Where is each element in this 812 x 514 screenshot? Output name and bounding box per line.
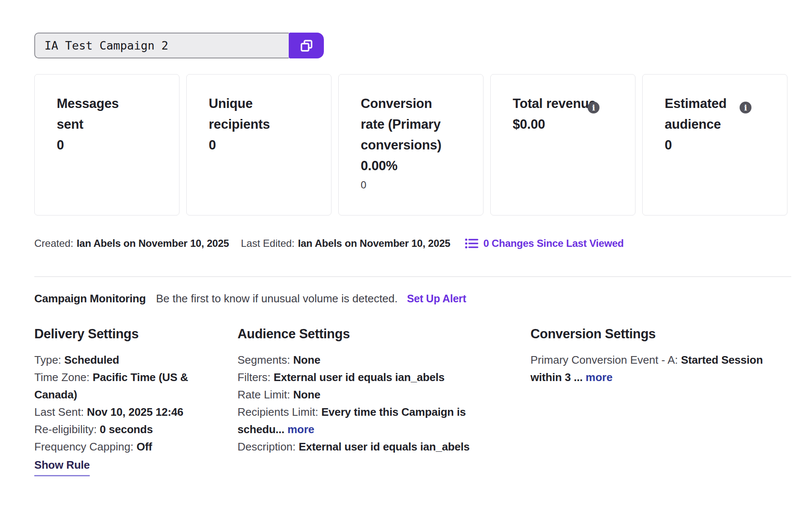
stat-value: 0	[209, 135, 312, 155]
more-link[interactable]: more	[586, 371, 613, 384]
setting-label: Time Zone:	[34, 371, 93, 384]
monitoring-description: Be the first to know if unusual volume i…	[156, 292, 398, 305]
campaign-detail-page: Messages sent 0 Unique recipients 0 Conv…	[0, 0, 812, 476]
stat-title: Unique recipients	[209, 93, 300, 135]
stat-value: 0	[57, 135, 160, 155]
conversion-settings-title: Conversion Settings	[530, 326, 791, 343]
meta-row: Created: Ian Abels on November 10, 2025 …	[34, 238, 791, 249]
setting-label: Last Sent:	[34, 406, 87, 418]
section-divider	[34, 276, 791, 277]
setting-label: Segments:	[238, 354, 293, 366]
changes-link-label: 0 Changes Since Last Viewed	[483, 238, 624, 249]
setting-label: Rate Limit:	[238, 388, 293, 401]
settings-columns: Delivery Settings Type: Scheduled Time Z…	[34, 326, 791, 476]
info-icon[interactable]: i	[740, 102, 751, 113]
setting-label: Re-eligibility:	[34, 423, 100, 436]
last-edited-label: Last Edited:	[241, 238, 295, 249]
stat-card-unique-recipients: Unique recipients 0	[186, 74, 331, 216]
audience-settings-rows: Segments: None Filters: External user id…	[238, 351, 496, 456]
show-rule-link[interactable]: Show Rule	[34, 456, 90, 476]
last-edited-value: Ian Abels on November 10, 2025	[298, 238, 450, 249]
setting-value: None	[293, 388, 320, 401]
more-link[interactable]: more	[287, 423, 315, 436]
stat-value: 0	[665, 135, 768, 155]
monitoring-title: Campaign Monitoring	[34, 292, 146, 305]
setting-label: Type:	[34, 354, 64, 366]
setting-value: External user id equals ian_abels	[273, 371, 445, 384]
setting-value: External user id equals ian_abels	[299, 440, 470, 453]
campaign-monitoring-row: Campaign Monitoring Be the first to know…	[34, 292, 791, 305]
setting-value: Off	[136, 440, 152, 453]
setting-label: Frequency Capping:	[34, 440, 136, 453]
created-label: Created:	[34, 238, 73, 249]
list-icon	[465, 238, 478, 249]
created-group: Created: Ian Abels on November 10, 2025	[34, 238, 229, 249]
info-icon[interactable]: i	[588, 102, 599, 113]
stat-card-conversion-rate: Conversion rate (Primary conversions) 0.…	[338, 74, 483, 216]
stat-title: Estimated audience	[665, 93, 756, 135]
campaign-name-input[interactable]	[34, 33, 289, 58]
setting-label: Description:	[238, 440, 299, 453]
delivery-settings-rows: Type: Scheduled Time Zone: Pacific Time …	[34, 351, 204, 476]
copy-button[interactable]	[289, 33, 324, 58]
stat-card-messages-sent: Messages sent 0	[34, 74, 180, 216]
setting-value: None	[293, 354, 320, 366]
created-value: Ian Abels on November 10, 2025	[77, 238, 229, 249]
set-up-alert-link[interactable]: Set Up Alert	[407, 293, 466, 305]
audience-settings-title: Audience Settings	[238, 326, 530, 343]
stat-card-total-revenue: Total revenue $0.00 i	[490, 74, 635, 216]
setting-value: Nov 10, 2025 12:46	[87, 406, 183, 418]
setting-label: Recipients Limit:	[238, 406, 321, 418]
audience-settings-column: Audience Settings Segments: None Filters…	[238, 326, 530, 476]
delivery-settings-column: Delivery Settings Type: Scheduled Time Z…	[34, 326, 238, 476]
delivery-settings-title: Delivery Settings	[34, 326, 238, 343]
copy-icon	[299, 39, 314, 53]
stat-title: Conversion rate (Primary conversions)	[361, 93, 452, 155]
conversion-settings-column: Conversion Settings Primary Conversion E…	[530, 326, 791, 476]
campaign-name-row	[34, 33, 324, 58]
setting-value: 0 seconds	[100, 423, 153, 436]
changes-since-last-viewed-link[interactable]: 0 Changes Since Last Viewed	[465, 238, 624, 249]
conversion-settings-rows: Primary Conversion Event - A: Started Se…	[530, 351, 768, 386]
stat-card-estimated-audience: Estimated audience 0 i	[642, 74, 787, 216]
stat-value: 0.00%	[361, 155, 464, 176]
stat-title: Messages sent	[57, 93, 148, 135]
stats-card-row: Messages sent 0 Unique recipients 0 Conv…	[34, 74, 791, 216]
setting-label: Filters:	[238, 371, 273, 384]
setting-value: Scheduled	[64, 354, 119, 366]
stat-value: $0.00	[513, 114, 616, 135]
last-edited-group: Last Edited: Ian Abels on November 10, 2…	[241, 238, 450, 249]
stat-sub-value: 0	[361, 178, 464, 192]
setting-label: Primary Conversion Event - A:	[530, 354, 681, 366]
